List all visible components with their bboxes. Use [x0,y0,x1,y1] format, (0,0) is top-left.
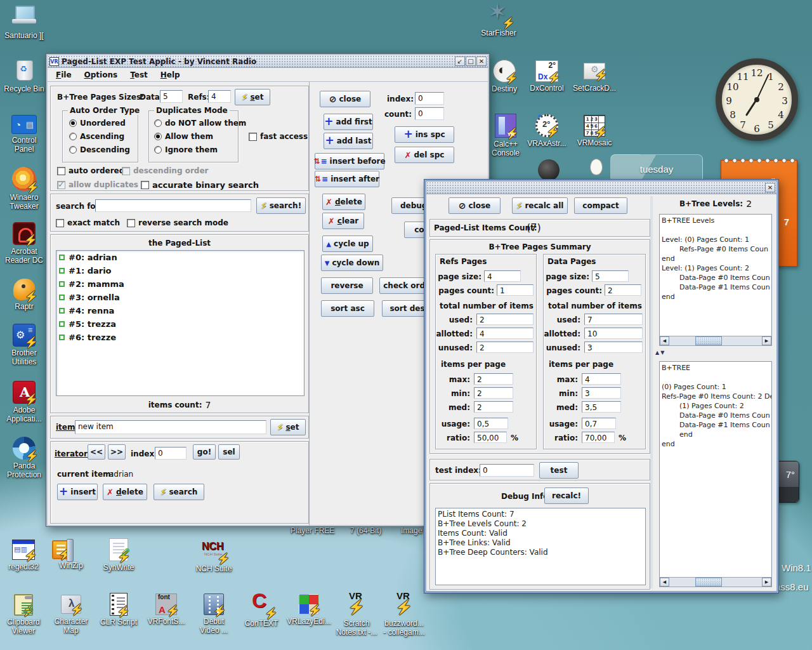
desktop-icon-vrfonts[interactable]: VRFontS... [142,592,190,626]
title-bar[interactable]: VR Paged-List EXP Test Applic - by Vince… [48,55,488,68]
exact-match-checkbox[interactable] [56,219,64,227]
refs-ratio-field[interactable]: 50,00 [474,432,507,443]
recalc-button[interactable]: recalc! [544,488,589,504]
list-item[interactable]: #2: mamma [56,277,304,291]
insert-before-button[interactable]: insert before [315,153,384,169]
list-item[interactable]: #3: ornella [56,291,304,304]
horizontal-scrollbar[interactable]: ◀ ▶ [659,336,772,346]
iterator-next-button[interactable]: >> [108,444,126,460]
insert-button[interactable]: insert [57,484,98,500]
allow-duplicates-checkbox[interactable] [57,181,65,189]
data-page-size-field[interactable]: 5 [592,270,629,282]
splitter-arrows-icon[interactable]: ▲▼ [655,350,665,355]
delete-selected-button[interactable]: delete [322,194,365,210]
list-item[interactable]: #0: adrian [56,251,304,264]
desktop-icon-acrobat[interactable]: Acrobat Reader DC [0,221,48,265]
data-unused-field[interactable]: 3 [584,342,643,353]
set-item-button[interactable]: set [270,419,306,435]
desktop-icon-debut[interactable]: Debut Video ... [190,592,238,635]
set-sizes-button[interactable]: set [235,89,270,105]
close-icon[interactable]: ✕ [765,183,775,192]
refs-unused-field[interactable]: 2 [476,342,534,353]
desktop-icon-buzzword[interactable]: buzzword... - collegam... [380,592,428,637]
auto-ordered-checkbox[interactable] [57,167,65,175]
debug-info-textarea[interactable]: PList Items Count: 7 B+Tree Levels Count… [435,508,646,585]
paged-list[interactable]: #0: adrian #1: dario #2: mamma #3: ornel… [56,250,304,396]
data-ratio-field[interactable]: 70,00 [582,432,615,443]
search-input[interactable] [95,199,251,212]
menu-help[interactable]: Help [155,69,186,81]
menu-file[interactable]: File [50,69,77,81]
scrollbar-track[interactable] [669,578,762,587]
refs-used-field[interactable]: 2 [476,314,534,325]
desktop-icon-clr-script[interactable]: CLR Script [95,592,143,627]
radio-allow-duplicates[interactable] [154,133,162,140]
btree-levels-textarea[interactable]: B+TREE Levels Level: (0) Pages Count: 1 … [659,214,772,346]
maximize-icon[interactable]: □ [466,56,476,66]
radio-no-duplicates[interactable] [154,119,162,127]
item-input[interactable]: new item [75,420,266,434]
desktop-icon-synwrite[interactable]: SynWrite [95,537,143,572]
desktop-icon-brother[interactable]: Brother Utilities [0,322,48,366]
split-divider[interactable] [650,196,653,588]
scroll-left-icon[interactable]: ◀ [660,336,669,345]
count-field[interactable]: 0 [415,107,444,120]
close-dialog-button[interactable]: close [449,197,501,214]
close-list-button[interactable]: close [320,91,370,107]
descending-order-checkbox[interactable] [122,167,130,175]
refs-med-field[interactable]: 2 [474,401,513,413]
refs-size-field[interactable]: 4 [208,90,231,103]
desktop-icon-nch[interactable]: NCH Suite [190,537,238,573]
add-first-button[interactable]: add first [324,114,373,130]
data-allotted-field[interactable]: 10 [584,328,643,339]
data-min-field[interactable]: 3 [582,387,621,399]
desktop-icon-vrmosaic[interactable]: VRMosaic [570,113,619,147]
reverse-search-checkbox[interactable] [127,219,135,227]
delete-button[interactable]: delete [103,484,147,500]
reverse-button[interactable]: reverse [321,277,373,294]
minimize-icon[interactable]: ↙ [455,56,465,66]
desktop-icon-clipboard-viewer[interactable]: Clipboard Viewer [0,592,48,635]
index-field[interactable]: 0 [415,92,444,105]
test-index-field[interactable]: 0 [480,464,534,477]
iterator-index-field[interactable]: 0 [155,447,187,460]
search-item-button[interactable]: search [154,484,204,500]
desktop-icon-vraxastr[interactable]: VRAxAstr... [523,113,571,148]
data-size-field[interactable]: 5 [160,90,183,103]
menu-test[interactable]: Test [124,69,154,81]
refs-min-field[interactable]: 2 [474,387,513,399]
desktop-icon-adobe[interactable]: Adobe Applicati... [0,380,48,423]
insert-after-button[interactable]: insert after [315,171,379,187]
data-usage-field[interactable]: 0,7 [582,418,616,429]
scrollbar-thumb[interactable] [695,336,722,345]
list-item[interactable]: #6: trezze [56,331,304,344]
desktop-icon-regedt32[interactable]: regedt32 [0,537,48,571]
desktop-icon-raptr[interactable]: Raptr [0,277,48,311]
compact-button[interactable]: compact [574,197,627,214]
desktop-icon-starfisher[interactable]: StarFisher [475,1,523,37]
desktop-icon-santuario[interactable]: Santuario ][ [0,4,48,40]
desktop-icon-character-map[interactable]: Character Map [47,592,95,635]
clear-button[interactable]: clear [322,213,364,229]
list-item[interactable]: #1: dario [56,264,304,277]
data-max-field[interactable]: 4 [582,373,621,385]
scroll-right-icon[interactable]: ▶ [762,578,771,587]
scroll-right-icon[interactable]: ▶ [762,336,771,345]
refs-page-size-field[interactable]: 4 [484,270,521,282]
menu-options[interactable]: Options [79,69,124,81]
close-icon[interactable]: ✕ [476,56,487,66]
scroll-left-icon[interactable]: ◀ [660,578,669,587]
refs-usage-field[interactable]: 0,5 [474,418,508,429]
go-button[interactable]: go! [193,444,216,460]
desktop-icon-setcrack[interactable]: SetCrackD... [570,58,619,93]
sort-asc-button[interactable]: sort asc [321,300,374,317]
horizontal-scrollbar[interactable]: ◀ ▶ [659,577,772,587]
iterator-prev-button[interactable]: << [88,444,105,460]
cycle-down-button[interactable]: cycle down [321,255,383,271]
desktop-icon-recycle-bin[interactable]: Recycle Bin [0,57,48,93]
fast-access-checkbox[interactable] [249,133,257,141]
refs-pages-count-field[interactable]: 1 [497,284,534,296]
cycle-up-button[interactable]: cycle up [322,235,373,252]
list-item[interactable]: #4: renna [56,304,304,317]
title-bar[interactable]: ✕ [426,182,776,194]
